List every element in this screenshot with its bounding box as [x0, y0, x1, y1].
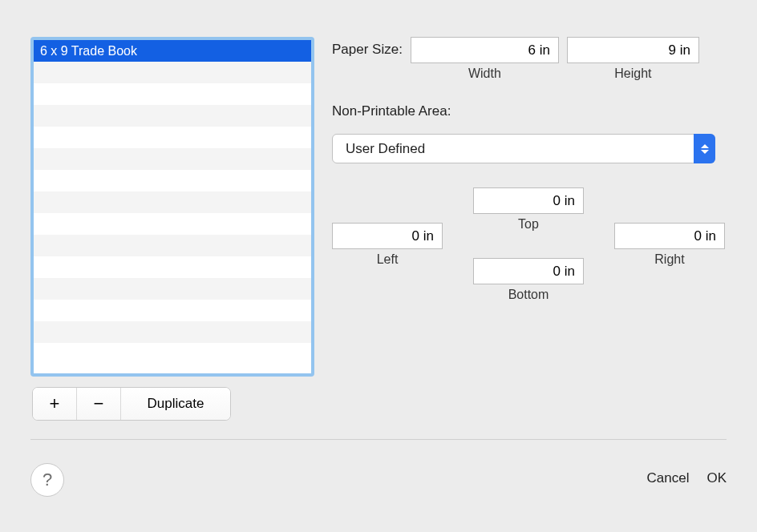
paper-size-list[interactable]: 6 x 9 Trade Book: [30, 37, 314, 377]
list-item[interactable]: [34, 256, 311, 278]
list-item[interactable]: [34, 83, 311, 105]
paper-height-sublabel: Height: [614, 66, 651, 81]
updown-icon: [694, 134, 715, 163]
footer-divider: [30, 439, 727, 440]
list-item[interactable]: [34, 191, 311, 213]
list-item[interactable]: [34, 300, 311, 321]
remove-paper-size-button[interactable]: −: [77, 388, 121, 420]
non-printable-mode-select[interactable]: User Defined: [332, 134, 715, 163]
margin-bottom-label: Bottom: [508, 288, 549, 302]
duplicate-paper-size-button[interactable]: Duplicate: [121, 388, 230, 420]
list-item[interactable]: [34, 213, 311, 235]
list-item[interactable]: [34, 127, 311, 148]
margin-top-label: Top: [518, 217, 539, 232]
paper-size-label: Paper Size:: [332, 37, 403, 58]
list-item[interactable]: [34, 343, 311, 365]
minus-icon: −: [94, 393, 104, 414]
cancel-button[interactable]: Cancel: [647, 463, 690, 494]
paper-width-input[interactable]: [411, 37, 559, 63]
margin-bottom-input[interactable]: [473, 258, 584, 284]
list-item[interactable]: [34, 105, 311, 127]
plus-icon: +: [50, 393, 60, 414]
list-item[interactable]: 6 x 9 Trade Book: [34, 40, 311, 62]
margin-right-label: Right: [654, 252, 684, 267]
add-paper-size-button[interactable]: +: [33, 388, 77, 420]
margin-right-input[interactable]: [614, 223, 725, 249]
help-icon: ?: [43, 470, 52, 490]
list-item[interactable]: [34, 321, 311, 343]
margin-left-label: Left: [377, 252, 399, 267]
list-item[interactable]: [34, 62, 311, 83]
list-item[interactable]: [34, 278, 311, 300]
help-button[interactable]: ?: [30, 463, 64, 497]
list-item[interactable]: [34, 148, 311, 170]
margin-left-input[interactable]: [332, 223, 443, 249]
paper-height-input[interactable]: [567, 37, 699, 63]
non-printable-area-label: Non-Printable Area:: [332, 103, 727, 119]
list-item[interactable]: [34, 170, 311, 191]
non-printable-mode-value: User Defined: [346, 141, 425, 157]
list-item[interactable]: [34, 235, 311, 256]
margin-top-input[interactable]: [473, 187, 584, 214]
ok-button[interactable]: OK: [706, 463, 727, 494]
paper-width-sublabel: Width: [468, 66, 501, 81]
